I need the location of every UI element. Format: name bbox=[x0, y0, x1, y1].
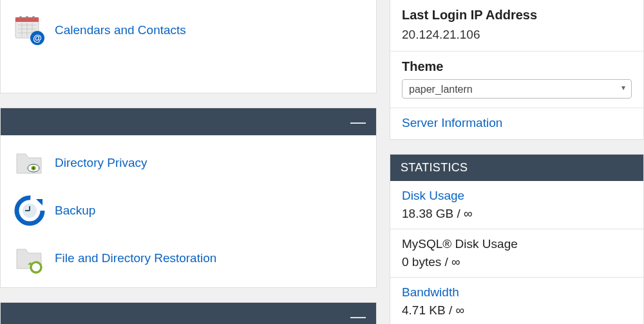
directory-privacy-icon bbox=[14, 147, 46, 179]
email-panel-continuation: @ Calendars and Contacts bbox=[0, 0, 377, 93]
svg-point-15 bbox=[33, 167, 35, 169]
next-panel-header: — bbox=[1, 303, 376, 324]
last-login-value: 20.124.21.106 bbox=[402, 28, 632, 42]
collapse-panel-button[interactable]: — bbox=[350, 114, 366, 129]
directory-privacy-button[interactable]: Directory Privacy bbox=[1, 139, 376, 187]
calendars-contacts-icon: @ bbox=[14, 14, 46, 46]
next-panel: — bbox=[0, 302, 377, 324]
server-info-section: Server Information bbox=[390, 108, 643, 139]
statistics-header: STATISTICS bbox=[390, 155, 643, 181]
theme-section: Theme paper_lantern bbox=[390, 52, 643, 108]
svg-point-3 bbox=[26, 16, 28, 19]
calendars-and-contacts-label: Calendars and Contacts bbox=[55, 23, 186, 37]
file-and-directory-restoration-button[interactable]: File and Directory Restoration bbox=[1, 234, 376, 282]
server-information-link[interactable]: Server Information bbox=[402, 116, 502, 129]
calendars-and-contacts-button[interactable]: @ Calendars and Contacts bbox=[1, 6, 376, 54]
mysql-label: MySQL® Disk Usage bbox=[402, 237, 632, 251]
theme-select[interactable]: paper_lantern bbox=[402, 79, 632, 99]
files-panel-header: — bbox=[1, 108, 376, 135]
backup-label: Backup bbox=[55, 204, 95, 218]
collapse-panel-button-2[interactable]: — bbox=[350, 309, 366, 324]
svg-text:@: @ bbox=[33, 33, 42, 43]
statistics-panel: STATISTICS Disk Usage 18.38 GB / ∞ MySQL… bbox=[390, 154, 644, 324]
backup-icon bbox=[14, 195, 46, 227]
backup-button[interactable]: Backup bbox=[1, 187, 376, 234]
file-restoration-icon bbox=[14, 242, 46, 274]
file-restoration-label: File and Directory Restoration bbox=[55, 251, 216, 265]
directory-privacy-label: Directory Privacy bbox=[55, 156, 147, 170]
bandwidth-value: 4.71 KB / ∞ bbox=[402, 303, 632, 318]
bandwidth-link[interactable]: Bandwidth bbox=[402, 285, 632, 300]
mysql-usage-value: 0 bytes / ∞ bbox=[402, 255, 632, 269]
disk-usage-stat: Disk Usage 18.38 GB / ∞ bbox=[390, 181, 643, 229]
theme-title: Theme bbox=[402, 59, 632, 74]
last-login-title: Last Login IP Address bbox=[402, 8, 632, 23]
last-login-section: Last Login IP Address 20.124.21.106 bbox=[390, 0, 643, 52]
svg-point-4 bbox=[32, 16, 35, 19]
disk-usage-value: 18.38 GB / ∞ bbox=[402, 207, 632, 221]
disk-usage-link[interactable]: Disk Usage bbox=[402, 189, 632, 203]
svg-point-2 bbox=[19, 16, 22, 19]
files-panel: — Directory Privacy bbox=[0, 108, 377, 288]
mysql-usage-stat: MySQL® Disk Usage 0 bytes / ∞ bbox=[390, 229, 643, 278]
general-info-panel: Last Login IP Address 20.124.21.106 Them… bbox=[390, 0, 644, 140]
bandwidth-stat: Bandwidth 4.71 KB / ∞ bbox=[390, 278, 643, 324]
